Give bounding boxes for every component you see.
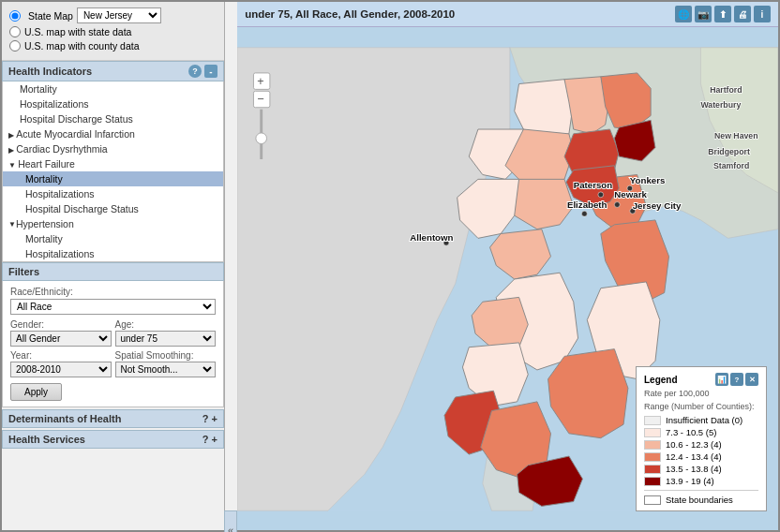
tree-item-ami[interactable]: Acute Myocardial Infarction: [3, 126, 223, 141]
legend-title: Legend 📊 ? ✕: [644, 373, 758, 386]
tree-item-hf[interactable]: Heart Failure: [3, 156, 223, 171]
svg-text:Hartford: Hartford: [710, 85, 742, 95]
state-select[interactable]: New Jersey: [77, 7, 161, 23]
map-type-selector: State Map New Jersey U.S. map with state…: [2, 2, 224, 61]
legend-item-5: 13.9 - 19 (4): [644, 476, 758, 486]
spatial-label: Spatial Smoothing:: [115, 350, 217, 361]
map-area: under 75, All Race, All Gender, 2008-201…: [237, 2, 778, 530]
determinants-help[interactable]: ?: [202, 413, 209, 424]
left-panel: State Map New Jersey U.S. map with state…: [2, 2, 225, 530]
svg-text:Allentown: Allentown: [410, 232, 453, 243]
svg-text:Paterson: Paterson: [574, 180, 613, 190]
legend-divider: [644, 490, 758, 491]
legend-item-0: Insufficient Data (0): [644, 415, 758, 425]
svg-text:Newark: Newark: [614, 189, 647, 200]
legend-item-2: 10.6 - 12.3 (4): [644, 439, 758, 450]
paterson-dot: [598, 192, 604, 198]
legend-swatch-1: [644, 428, 661, 437]
legend-label-3: 12.4 - 13.4 (4): [666, 451, 722, 462]
us-state-radio[interactable]: [9, 26, 21, 37]
year-label: Year:: [10, 350, 112, 361]
health-services-section[interactable]: Health Services ? +: [2, 430, 224, 449]
health-services-help[interactable]: ?: [202, 434, 209, 445]
legend-icons: 📊 ? ✕: [715, 373, 758, 386]
legend-label-4: 13.5 - 13.8 (4): [666, 464, 722, 474]
health-services-expand[interactable]: +: [212, 434, 218, 445]
legend-swatch-3: [644, 452, 661, 462]
filters-label: Filters: [8, 266, 39, 277]
health-indicators-expand[interactable]: -: [204, 65, 218, 78]
tree-item-hosp1[interactable]: Hospitalizations: [3, 96, 223, 111]
svg-text:Bridgeport: Bridgeport: [708, 147, 750, 156]
svg-text:Waterbury: Waterbury: [701, 100, 742, 110]
legend-swatch-4: [644, 465, 661, 474]
legend-swatch-0: [644, 416, 661, 425]
race-select[interactable]: All Race: [10, 299, 216, 315]
us-county-label: U.S. map with county data: [24, 40, 140, 52]
legend-help-icon[interactable]: ?: [730, 373, 743, 386]
legend-state-item: State boundaries: [644, 495, 758, 505]
tree-item-hosp-hf[interactable]: Hospitalizations: [3, 186, 223, 201]
tree-item-hosp-hyp[interactable]: Hospitalizations: [3, 246, 223, 261]
gender-select[interactable]: All Gender: [10, 331, 112, 347]
health-indicators-label: Health Indicators: [8, 66, 92, 77]
tree-item-hds1[interactable]: Hospital Discharge Status: [3, 111, 223, 126]
legend-close-icon[interactable]: ✕: [745, 373, 758, 386]
map-title-bar: under 75, All Race, All Gender, 2008-201…: [237, 2, 778, 27]
apply-button[interactable]: Apply: [10, 383, 62, 401]
tree-item-mortality-hyp[interactable]: Mortality: [3, 231, 223, 246]
determinants-expand[interactable]: +: [212, 413, 218, 424]
legend-chart-icon[interactable]: 📊: [715, 373, 728, 386]
map-icon-globe[interactable]: 🌐: [675, 6, 692, 22]
legend-state-label: State boundaries: [666, 495, 733, 505]
state-map-label: State Map: [28, 10, 73, 22]
spatial-select[interactable]: Not Smooth...: [115, 362, 217, 377]
us-state-label: U.S. map with state data: [24, 26, 131, 37]
newark-dot: [614, 202, 620, 208]
state-map-radio[interactable]: [9, 10, 21, 22]
tree-item-cd[interactable]: Cardiac Dysrhythmia: [3, 141, 223, 156]
legend-item-3: 12.4 - 13.4 (4): [644, 451, 758, 462]
legend-label-1: 7.3 - 10.5 (5): [666, 427, 716, 437]
svg-text:−: −: [257, 93, 263, 106]
tree-item-mortality-hf[interactable]: Mortality: [3, 171, 223, 186]
filters-section-header[interactable]: Filters: [2, 262, 224, 281]
age-label: Age:: [115, 319, 217, 330]
map-title: under 75, All Race, All Gender, 2008-201…: [245, 8, 455, 20]
gender-label: Gender:: [10, 319, 112, 330]
us-county-radio[interactable]: [9, 40, 21, 52]
legend-range-label: Range (Number of Counties):: [644, 402, 758, 411]
svg-text:New Haven: New Haven: [714, 131, 758, 140]
legend-item-1: 7.3 - 10.5 (5): [644, 427, 758, 437]
collapse-panel-btn[interactable]: «: [224, 510, 237, 532]
determinants-section[interactable]: Determinants of Health ? +: [2, 409, 224, 428]
tree-item-hds-hf[interactable]: Hospital Discharge Status: [3, 201, 223, 216]
legend-state-swatch: [644, 495, 661, 505]
tree-item-mortality1[interactable]: Mortality: [3, 81, 223, 96]
map-icon-info[interactable]: i: [754, 6, 771, 22]
legend-label-0: Insufficient Data (0): [666, 415, 742, 425]
legend-item-4: 13.5 - 13.8 (4): [644, 464, 758, 474]
legend-rate-label: Rate per 100,000: [644, 389, 758, 398]
map-icon-camera[interactable]: 📷: [695, 6, 712, 22]
year-select[interactable]: 2008-2010: [10, 362, 112, 377]
filters-content: Race/Ethnicity: All Race Gender: All Gen…: [2, 281, 224, 407]
health-indicators-help[interactable]: ?: [188, 65, 202, 78]
age-select[interactable]: under 75: [115, 331, 217, 347]
determinants-label: Determinants of Health: [8, 413, 121, 424]
tree-container: Mortality Hospitalizations Hospital Disc…: [2, 81, 224, 262]
svg-text:Jersey City: Jersey City: [633, 200, 682, 211]
tree-item-hyp[interactable]: Hypertension: [3, 216, 223, 231]
svg-text:Stamford: Stamford: [713, 161, 749, 170]
legend-title-text: Legend: [644, 375, 678, 385]
map-icon-export[interactable]: ⬆: [714, 6, 731, 22]
map-title-icons: 🌐 📷 ⬆ 🖨 i: [675, 6, 771, 22]
tree-item-hyp-label: Hypertension: [16, 218, 74, 229]
health-services-label: Health Services: [8, 434, 85, 445]
health-indicators-header[interactable]: Health Indicators ? -: [2, 61, 224, 81]
svg-point-19: [256, 133, 267, 144]
app-container: State Map New Jersey U.S. map with state…: [0, 0, 780, 532]
legend-label-5: 13.9 - 19 (4): [666, 476, 714, 486]
map-icon-print[interactable]: 🖨: [734, 6, 751, 22]
legend-box: Legend 📊 ? ✕ Rate per 100,000 Range (Num…: [636, 366, 767, 511]
